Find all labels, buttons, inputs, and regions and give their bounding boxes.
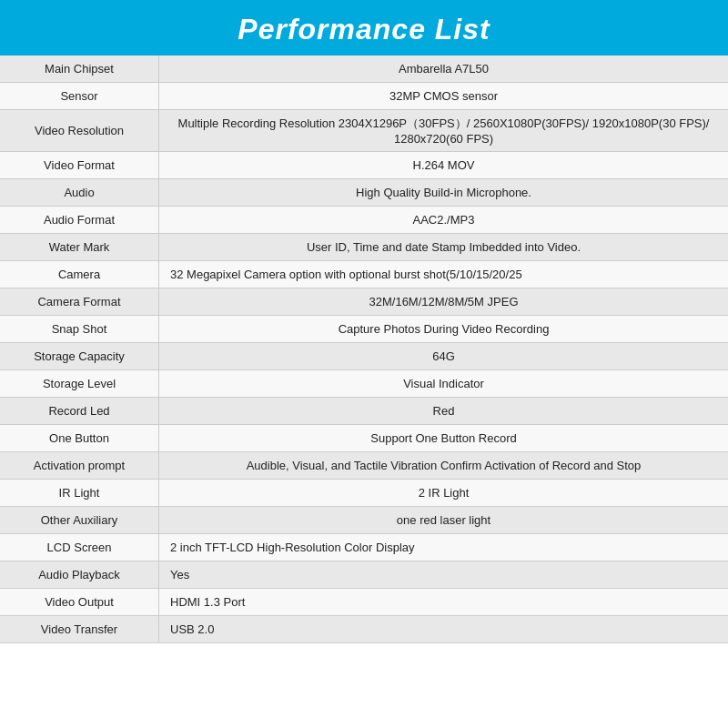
table-row: Record LedRed — [0, 398, 728, 425]
spec-label: Video Format — [0, 152, 159, 178]
spec-label: Video Transfer — [0, 616, 159, 642]
table-row: Camera Format32M/16M/12M/8M/5M JPEG — [0, 288, 728, 316]
spec-value: Capture Photos During Video Recording — [159, 316, 728, 342]
spec-label: IR Light — [0, 480, 159, 506]
header: Performance List — [0, 0, 728, 56]
spec-value: Red — [159, 398, 728, 424]
spec-label: Camera — [0, 261, 159, 288]
spec-value: 32MP CMOS sensor — [159, 83, 728, 109]
table-row: One ButtonSupport One Button Record — [0, 425, 728, 452]
spec-value: USB 2.0 — [159, 616, 728, 642]
spec-value: HDMI 1.3 Port — [159, 589, 728, 615]
spec-label: Audio Playback — [0, 561, 159, 588]
table-row: LCD Screen2 inch TFT-LCD High-Resolution… — [0, 534, 728, 561]
spec-value: Multiple Recording Resolution 2304X1296P… — [159, 110, 728, 151]
table-row: Storage Capacity64G — [0, 343, 728, 370]
spec-table: Main ChipsetAmbarella A7L50Sensor32MP CM… — [0, 56, 728, 643]
spec-value: Support One Button Record — [159, 425, 728, 451]
spec-value: 32M/16M/12M/8M/5M JPEG — [159, 288, 728, 315]
spec-label: Other Auxiliary — [0, 507, 159, 533]
spec-label: Audio Format — [0, 207, 159, 233]
spec-value: Visual Indicator — [159, 370, 728, 397]
table-row: Audio PlaybackYes — [0, 561, 728, 589]
spec-label: Video Resolution — [0, 110, 159, 151]
spec-value: AAC2./MP3 — [159, 207, 728, 233]
spec-label: Video Output — [0, 589, 159, 615]
spec-label: Sensor — [0, 83, 159, 109]
spec-value: Yes — [159, 561, 728, 588]
table-row: Video TransferUSB 2.0 — [0, 616, 728, 643]
table-row: AudioHigh Quality Build-in Microphone. — [0, 179, 728, 207]
table-row: IR Light2 IR Light — [0, 480, 728, 507]
spec-label: Record Led — [0, 398, 159, 424]
spec-value: High Quality Build-in Microphone. — [159, 179, 728, 206]
spec-value: Audible, Visual, and Tactile Vibration C… — [159, 452, 728, 479]
spec-label: Main Chipset — [0, 56, 159, 82]
spec-value: 2 IR Light — [159, 480, 728, 506]
spec-label: Storage Level — [0, 370, 159, 397]
spec-label: LCD Screen — [0, 534, 159, 561]
spec-value: 32 Megapixel Camera option with optional… — [159, 261, 728, 288]
table-row: Sensor32MP CMOS sensor — [0, 83, 728, 110]
table-row: Snap ShotCapture Photos During Video Rec… — [0, 316, 728, 343]
page-wrapper: Performance List Main ChipsetAmbarella A… — [0, 0, 728, 643]
page-title: Performance List — [238, 13, 490, 46]
spec-value: 2 inch TFT-LCD High-Resolution Color Dis… — [159, 534, 728, 561]
table-row: Camera32 Megapixel Camera option with op… — [0, 261, 728, 288]
table-row: Video ResolutionMultiple Recording Resol… — [0, 110, 728, 152]
spec-value: User ID, Time and date Stamp Imbedded in… — [159, 234, 728, 260]
spec-label: Camera Format — [0, 288, 159, 315]
table-row: Other Auxiliaryone red laser light — [0, 507, 728, 534]
spec-label: Water Mark — [0, 234, 159, 260]
table-row: Activation promptAudible, Visual, and Ta… — [0, 452, 728, 480]
spec-label: Audio — [0, 179, 159, 206]
spec-value: Ambarella A7L50 — [159, 56, 728, 82]
spec-label: One Button — [0, 425, 159, 451]
table-row: Storage LevelVisual Indicator — [0, 370, 728, 398]
spec-label: Storage Capacity — [0, 343, 159, 369]
table-row: Audio FormatAAC2./MP3 — [0, 207, 728, 234]
table-row: Main ChipsetAmbarella A7L50 — [0, 56, 728, 83]
spec-value: H.264 MOV — [159, 152, 728, 178]
spec-label: Snap Shot — [0, 316, 159, 342]
table-row: Video OutputHDMI 1.3 Port — [0, 589, 728, 616]
table-row: Water MarkUser ID, Time and date Stamp I… — [0, 234, 728, 261]
spec-value: 64G — [159, 343, 728, 369]
table-row: Video FormatH.264 MOV — [0, 152, 728, 179]
spec-value: one red laser light — [159, 507, 728, 533]
spec-label: Activation prompt — [0, 452, 159, 479]
